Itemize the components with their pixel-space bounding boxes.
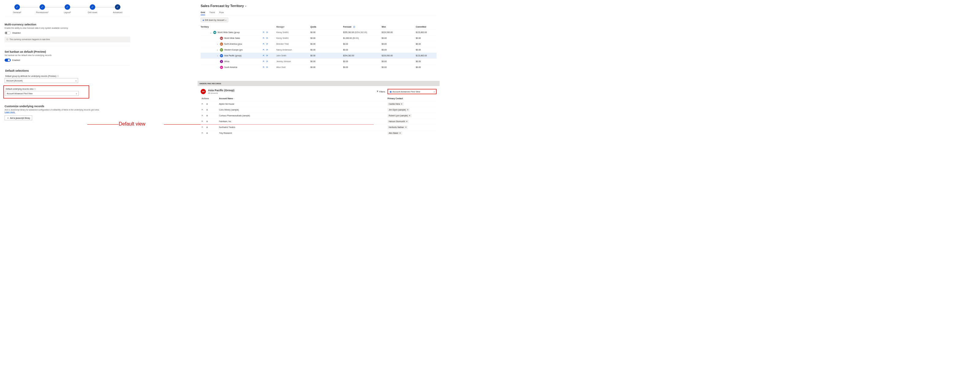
refresh-icon[interactable] <box>266 43 268 45</box>
refresh-icon[interactable] <box>266 31 268 34</box>
underlying-records-bar: UNDERLYING RECORDS <box>197 81 440 86</box>
territory-name: Asia Pacific (group) <box>224 54 242 57</box>
plus-icon <box>7 116 9 120</box>
expand-icon[interactable] <box>216 54 219 57</box>
info-icon[interactable] <box>353 26 355 28</box>
contact-chip[interactable]: Alex Baker✕ <box>388 131 402 135</box>
underlying-row[interactable]: Alpine Ski HouseCacilia Viera✕ <box>200 101 436 107</box>
open-icon[interactable] <box>263 37 265 40</box>
remove-chip-icon[interactable]: ✕ <box>401 103 402 105</box>
forecast-row[interactable]: SASouth AmericaAlton Stott$0.00$0.00$0.0… <box>200 64 436 70</box>
add-js-library-button[interactable]: Add a javascript library <box>5 115 32 120</box>
field-label-group-by: Default group by attribute for underlyin… <box>5 75 130 78</box>
step-permissions[interactable]: Permissions* <box>30 4 55 13</box>
committed-cell: $0.00 <box>416 60 436 63</box>
refresh-icon[interactable] <box>266 66 268 68</box>
select-group-by[interactable]: Account (Account) <box>5 78 78 83</box>
account-name-cell[interactable]: Fabrikam, Inc. <box>219 120 388 123</box>
forecast-row[interactable]: AAfricaJeremy Johnson$0.00$0.00$0.00$0.0… <box>200 59 436 64</box>
info-icon[interactable] <box>57 75 59 78</box>
link-learn-more[interactable]: Learn more. <box>5 111 15 114</box>
add-icon[interactable] <box>206 103 208 105</box>
underlying-row[interactable]: Northwind TradersHeriberto Nathan✕ <box>200 124 436 130</box>
open-record-icon[interactable] <box>202 120 204 123</box>
open-icon[interactable] <box>263 60 265 63</box>
refresh-icon[interactable] <box>266 37 268 40</box>
add-icon[interactable] <box>206 109 208 111</box>
underlying-row[interactable]: Fabrikam, Inc.Haroun Stormonth✕ <box>200 119 436 124</box>
add-icon[interactable] <box>206 132 208 134</box>
tab-flow[interactable]: Flow <box>219 10 224 15</box>
add-icon[interactable] <box>206 126 208 129</box>
open-icon[interactable] <box>263 54 265 57</box>
forecast-cell: $0.00 <box>343 43 382 45</box>
select-default-view[interactable]: Account Advanced Find View <box>5 91 79 96</box>
contact-chip[interactable]: Haroun Stormonth✕ <box>388 120 409 123</box>
forecast-row[interactable]: APAsia Pacific (group)John Smith$0.00$35… <box>200 52 436 59</box>
step-advanced[interactable]: Advanced <box>105 4 130 13</box>
section-default-selections-title: Default selections <box>5 69 130 73</box>
open-record-icon[interactable] <box>202 103 204 105</box>
info-icon <box>6 38 8 41</box>
expand-icon[interactable] <box>216 49 219 51</box>
step-general[interactable]: General* <box>5 4 30 13</box>
account-name-cell[interactable]: Contoso Pharmaceuticals (sample) <box>219 114 388 117</box>
remove-chip-icon[interactable]: ✕ <box>409 114 410 117</box>
drilldown-pill[interactable]: ◈ Drill down by: Account <box>200 18 228 22</box>
step-drilldown[interactable]: Drill down <box>80 4 105 13</box>
territory-name: World Wide Sales (group <box>218 31 240 34</box>
underlying-view-picker[interactable]: Account Advanced Find View <box>388 89 436 94</box>
account-name-cell[interactable]: Coho Winery (sample) <box>219 109 388 111</box>
refresh-icon[interactable] <box>266 49 268 51</box>
wizard-stepper: General* Permissions* Layout* Drill down… <box>5 4 130 17</box>
remove-chip-icon[interactable]: ✕ <box>406 120 408 123</box>
remove-chip-icon[interactable]: ✕ <box>399 132 401 134</box>
contact-chip[interactable]: Heriberto Nathan✕ <box>388 126 408 129</box>
open-record-icon[interactable] <box>202 114 204 117</box>
remove-chip-icon[interactable]: ✕ <box>405 126 407 129</box>
open-record-icon[interactable] <box>202 132 204 134</box>
expand-icon[interactable] <box>216 43 219 45</box>
forecast-row[interactable]: WSWorld Wide Sales (groupKenny Smith1$0.… <box>200 29 436 35</box>
forecast-title[interactable]: Sales Forecast by Territory <box>200 4 436 8</box>
refresh-icon[interactable] <box>266 54 268 57</box>
forecast-row[interactable]: NANorth America (grouBrenden Thiel$0.00$… <box>200 41 436 47</box>
forecast-cell: $0.00 <box>343 66 382 68</box>
refresh-icon[interactable] <box>266 60 268 63</box>
account-name-cell[interactable]: Alpine Ski House <box>219 103 388 105</box>
step-layout[interactable]: Layout* <box>55 4 80 13</box>
manager-cell: Jeremy Johnson <box>276 60 310 63</box>
open-record-icon[interactable] <box>202 109 204 111</box>
add-icon[interactable] <box>206 120 208 123</box>
add-icon[interactable] <box>206 114 208 117</box>
forecast-row[interactable]: WEWestern Europe (groNancy Andersson$0.0… <box>200 47 436 52</box>
sort-asc-icon[interactable] <box>234 97 234 100</box>
filters-button[interactable]: Filters <box>377 90 385 93</box>
manager-cell: Alton Stott <box>276 66 310 68</box>
underlying-row[interactable]: Contoso Pharmaceuticals (sample)Robert L… <box>200 113 436 119</box>
contact-chip[interactable]: Cacilia Viera✕ <box>388 102 404 106</box>
forecast-cell: $354,382.00 <box>343 54 382 57</box>
toggle-kanban[interactable] <box>5 59 11 62</box>
open-icon[interactable] <box>263 66 265 68</box>
open-icon[interactable] <box>263 43 265 45</box>
tab-trend[interactable]: Trend <box>209 10 215 15</box>
forecast-row[interactable]: WSWorld Wide SalesKenny Smith1$0.00$1,00… <box>200 35 436 41</box>
remove-chip-icon[interactable]: ✕ <box>407 109 409 111</box>
contact-chip[interactable]: Jim Glynn (sample)✕ <box>388 108 410 112</box>
open-record-icon[interactable] <box>202 126 204 129</box>
toggle-multicurrency[interactable] <box>5 32 11 35</box>
info-icon[interactable] <box>34 88 36 91</box>
contact-chip[interactable]: Robert Lyon (sample)✕ <box>388 114 412 118</box>
tab-grid[interactable]: Grid <box>200 10 205 15</box>
committed-cell: $133,882.00 <box>416 31 436 34</box>
account-name-cell[interactable]: Northwind Traders <box>219 126 388 129</box>
account-name-cell[interactable]: Trey Research <box>219 132 388 134</box>
forecast-cell: $1,000.00 ($0.00) <box>343 37 382 40</box>
underlying-row[interactable]: Trey ResearchAlex Baker✕ <box>200 130 436 136</box>
open-icon[interactable] <box>263 31 265 34</box>
open-icon[interactable] <box>263 49 265 51</box>
collapse-icon[interactable] <box>210 31 212 34</box>
underlying-row[interactable]: Coho Winery (sample)Jim Glynn (sample)✕ <box>200 107 436 113</box>
committed-cell: $133,882.00 <box>416 54 436 57</box>
